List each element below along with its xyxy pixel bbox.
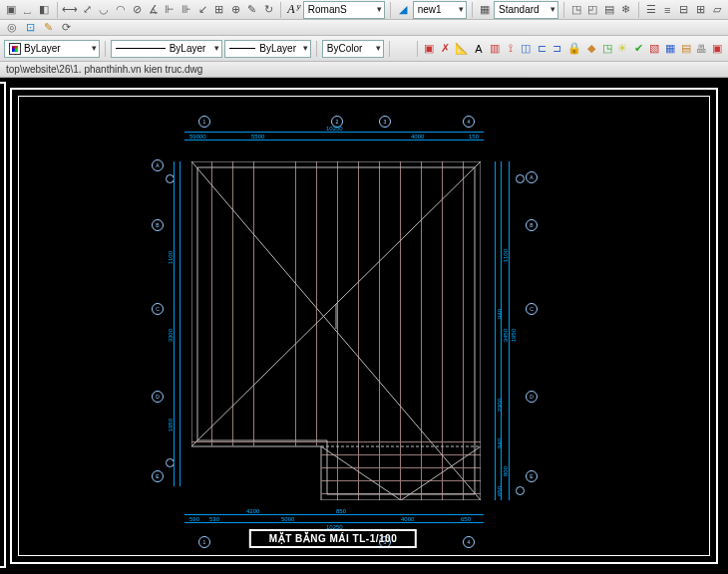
tool-icon[interactable]: ◫ <box>520 41 534 57</box>
zoom-icon[interactable]: ◎ <box>4 22 20 34</box>
toolbar-row-1: ▣ ⎵ ◧ ⟷ ⤢ ◡ ◠ ⊘ ∡ ⊩ ⊪ ↙ ⊞ ⊕ ✎ ↻ Aʸ Roman… <box>0 0 728 20</box>
tool-icon[interactable]: ▦ <box>663 41 677 57</box>
grid-bubble: 4 <box>463 116 475 128</box>
tool-icon[interactable]: ◳ <box>569 2 584 18</box>
dim-text: 1950 <box>168 419 174 431</box>
tool-row-icon[interactable]: ☰ <box>643 2 658 18</box>
table-style-icon[interactable]: ▦ <box>478 2 493 18</box>
tool-icon[interactable]: ◰ <box>585 2 600 18</box>
dim-text: 650 <box>497 486 503 496</box>
dim-diameter-icon[interactable]: ⊘ <box>130 2 145 18</box>
text-icon[interactable]: A <box>472 41 486 57</box>
tool-icon[interactable]: ⊐ <box>550 41 564 57</box>
dim-text: 00 <box>199 134 206 140</box>
dim-linear-icon[interactable]: ⟷ <box>62 2 78 18</box>
dimstyle-new-dropdown[interactable]: new1 <box>413 1 467 19</box>
print-icon[interactable]: 🖶 <box>694 41 708 57</box>
tool-row-icon[interactable]: ≡ <box>660 2 675 18</box>
tool-row-icon[interactable]: ▱ <box>709 2 724 18</box>
dim-text: 530 <box>209 516 219 522</box>
tool-icon[interactable]: ✔ <box>631 41 645 57</box>
document-tab-bar: top\website\26\1. phanthinh.vn kien truc… <box>0 62 728 78</box>
grid-bubble: 4 <box>463 536 475 548</box>
text-style-icon[interactable]: Aʸ <box>286 2 301 18</box>
linetype-dropdown[interactable]: ByLayer <box>111 40 223 58</box>
linetype-value: ByLayer <box>170 43 206 54</box>
light-icon[interactable]: ☀ <box>615 41 629 57</box>
dim-leader-icon[interactable]: ↙ <box>195 2 210 18</box>
layer-value: ByLayer <box>24 43 61 54</box>
paper-frame: 1 2 3 4 1 3 4 A B C D E A B C D E <box>10 88 718 564</box>
dim-radius-icon[interactable]: ◠ <box>113 2 128 18</box>
measure-icon[interactable]: 📐 <box>454 41 470 57</box>
lineweight-dropdown[interactable]: ByLayer <box>224 40 311 58</box>
tool-icon[interactable]: ⊏ <box>535 41 548 57</box>
grid-bubble-small <box>516 174 525 183</box>
adjacent-sheet-edge <box>0 82 6 568</box>
lock-icon[interactable]: 🔒 <box>566 41 582 57</box>
dim-text: 4000 <box>411 134 424 140</box>
font-dropdown[interactable]: RomanS <box>303 1 386 19</box>
tool-icon[interactable]: ◳ <box>600 41 614 57</box>
dim-line <box>180 161 181 486</box>
drawing-content: 1 2 3 4 1 3 4 A B C D E A B C D E <box>82 100 640 566</box>
tool-row-icon[interactable]: ⊞ <box>693 2 708 18</box>
dim-aligned-icon[interactable]: ⤢ <box>80 2 95 18</box>
dim-text: 5500 <box>251 134 264 140</box>
grid-bubble: C <box>152 303 164 315</box>
dim-text: 940 <box>497 309 503 319</box>
dim-arc-icon[interactable]: ◡ <box>97 2 112 18</box>
dim-text: 1100 <box>168 251 174 264</box>
document-path: top\website\26\1. phanthinh.vn kien truc… <box>6 64 202 75</box>
dim-text: 150 <box>469 134 479 140</box>
dim-angle-icon[interactable]: ∡ <box>146 2 161 18</box>
grid-bubble: A <box>152 159 164 171</box>
dim-update-icon[interactable]: ↻ <box>261 2 276 18</box>
drawing-viewport[interactable]: 1 2 3 4 1 3 4 A B C D E A B C D E <box>0 78 728 574</box>
tool-icon[interactable]: ▣ <box>4 2 19 18</box>
style-value: new1 <box>418 4 442 15</box>
tool-row-icon[interactable]: ⊟ <box>676 2 691 18</box>
zoom-extents-icon[interactable]: ⊡ <box>22 22 38 34</box>
tool-icon[interactable]: ▧ <box>647 41 661 57</box>
tool-icon[interactable]: ✗ <box>438 41 452 57</box>
tool-icon[interactable]: ▥ <box>488 41 502 57</box>
grid-bubble: C <box>526 303 538 315</box>
tool-icon[interactable]: ◧ <box>37 2 52 18</box>
tool-icon[interactable]: ▣ <box>710 41 724 57</box>
grid-bubble: B <box>526 219 538 231</box>
tool-icon[interactable]: ▤ <box>679 41 693 57</box>
dim-center-icon[interactable]: ⊕ <box>228 2 243 18</box>
color-dropdown[interactable]: ByColor <box>322 40 384 58</box>
dim-tol-icon[interactable]: ⊞ <box>211 2 226 18</box>
layer-dropdown[interactable]: ByLayer <box>4 40 100 58</box>
grid-bubble: 1 <box>198 536 210 548</box>
regen-icon[interactable]: ⟳ <box>58 22 74 34</box>
dim-continue-icon[interactable]: ⊪ <box>179 2 193 18</box>
layer-icon[interactable]: ▤ <box>602 2 617 18</box>
tool-icon[interactable]: ◆ <box>584 41 598 57</box>
grid-bubble: 1 <box>198 116 210 128</box>
color-value: ByColor <box>327 43 363 54</box>
dim-line <box>174 161 175 486</box>
toolbar-row-1b: ◎ ⊡ ✎ ⟳ <box>0 20 728 36</box>
dim-line <box>184 132 484 133</box>
dim-text: 800 <box>503 466 509 476</box>
xref-icon[interactable]: ▣ <box>423 41 437 57</box>
standard-dropdown[interactable]: Standard <box>494 1 558 19</box>
dim-baseline-icon[interactable]: ⊩ <box>163 2 178 18</box>
grid-bubble: 3 <box>379 116 391 128</box>
font-value: RomanS <box>308 4 347 15</box>
grid-bubble: D <box>526 391 538 403</box>
dim-edit-icon[interactable]: ✎ <box>244 2 259 18</box>
dim-text: 1950 <box>511 329 517 342</box>
grid-bubble: A <box>526 171 538 183</box>
dim-text: 940 <box>497 438 503 448</box>
tool-icon[interactable]: ⎵ <box>21 2 36 18</box>
grid-bubble: E <box>526 470 538 482</box>
tool-icon[interactable]: ⟟ <box>504 41 518 57</box>
paint-icon[interactable]: ✎ <box>40 22 56 34</box>
layer-freeze-icon[interactable]: ❄ <box>618 2 633 18</box>
dim-style-icon[interactable]: ◢ <box>396 2 411 18</box>
dim-line <box>184 140 484 141</box>
